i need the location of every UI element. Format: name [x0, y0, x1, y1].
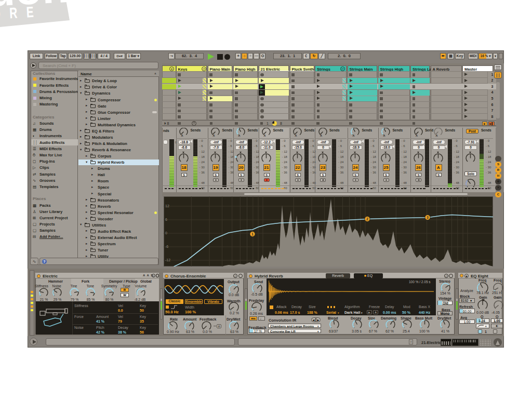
svg-text:3: 3: [427, 216, 429, 219]
svg-text:2: 2: [366, 217, 368, 221]
svg-text:1: 1: [251, 232, 254, 236]
